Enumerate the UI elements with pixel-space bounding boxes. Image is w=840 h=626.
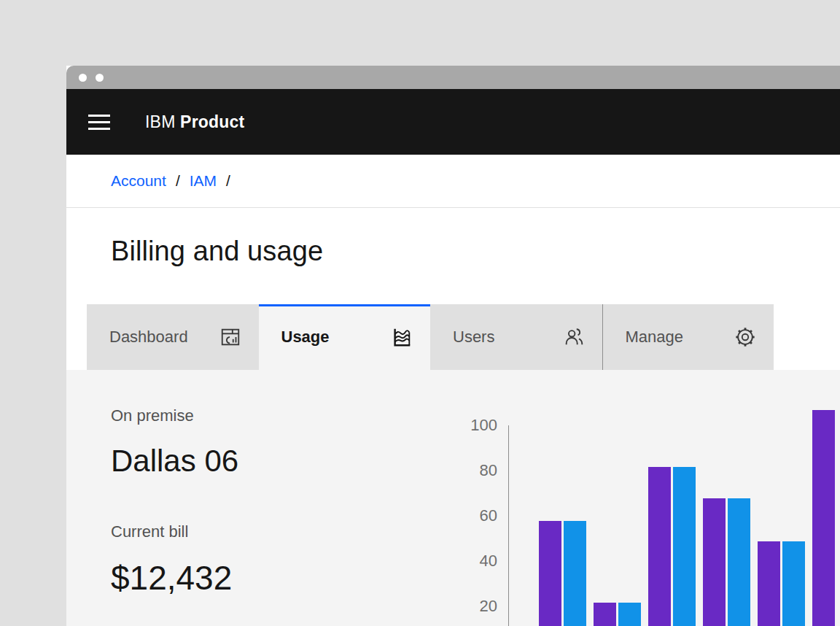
window-control-dot[interactable] — [96, 74, 104, 82]
y-axis-tick-label: 80 — [461, 461, 497, 480]
metric-label-current-bill: Current bill — [111, 522, 188, 541]
window-titlebar[interactable] — [66, 66, 840, 89]
bar-purple — [648, 467, 671, 626]
breadcrumb: Account / IAM / — [111, 172, 240, 190]
app-header: IBM Product — [66, 89, 840, 155]
bar-blue — [728, 498, 750, 626]
breadcrumb-bar: Account / IAM / — [66, 155, 840, 208]
bar-purple — [703, 498, 726, 626]
bar-blue — [782, 541, 805, 626]
hamburger-menu-button[interactable] — [88, 115, 110, 130]
brand-title: IBM Product — [145, 112, 244, 132]
window-control-dot[interactable] — [79, 74, 87, 82]
page-title-area: Billing and usage — [66, 208, 840, 304]
tab-dashboard[interactable]: Dashboard — [87, 304, 259, 370]
page-title: Billing and usage — [111, 236, 840, 267]
breadcrumb-link-iam[interactable]: IAM — [190, 172, 217, 190]
bar-purple — [594, 603, 616, 626]
bar-purple — [812, 410, 835, 626]
y-axis-tick-label: 100 — [461, 416, 497, 435]
usage-tab-panel: On premise Dallas 06 Current bill $12,43… — [66, 370, 840, 626]
breadcrumb-link-account[interactable]: Account — [111, 172, 166, 190]
tab-users-label: Users — [453, 328, 494, 347]
area-chart-icon — [391, 326, 413, 348]
tabs: Dashboard Usage Users — [66, 304, 840, 370]
breadcrumb-separator: / — [176, 172, 180, 190]
tab-users[interactable]: Users — [430, 304, 602, 370]
brand-prefix: IBM — [145, 112, 176, 131]
dashboard-icon — [219, 326, 241, 348]
brand-name: Product — [180, 112, 244, 131]
hamburger-icon — [88, 128, 110, 130]
tab-usage[interactable]: Usage — [259, 304, 431, 370]
breadcrumb-separator: / — [226, 172, 230, 190]
metric-label-on-premise: On premise — [111, 406, 194, 425]
app-window: IBM Product Account / IAM / Billing and … — [66, 66, 840, 626]
gear-icon — [734, 326, 756, 348]
y-axis-tick-label: 40 — [461, 552, 497, 571]
tab-dashboard-label: Dashboard — [109, 328, 188, 347]
bar-chart — [508, 425, 840, 626]
bar-blue — [564, 521, 586, 626]
metric-value-bill-amount: $12,432 — [111, 557, 232, 598]
tab-manage[interactable]: Manage — [602, 304, 774, 370]
users-icon — [563, 326, 585, 348]
hamburger-icon — [88, 115, 110, 117]
tab-manage-label: Manage — [626, 328, 684, 347]
hamburger-icon — [88, 121, 110, 123]
bar-purple — [539, 521, 561, 626]
metric-value-datacenter: Dallas 06 — [111, 443, 238, 479]
tab-usage-label: Usage — [281, 328, 330, 347]
y-axis-tick-label: 20 — [461, 597, 497, 616]
bar-blue — [618, 603, 641, 626]
bar-purple — [758, 541, 780, 626]
y-axis-tick-label: 60 — [461, 506, 497, 525]
bar-blue — [673, 467, 696, 626]
